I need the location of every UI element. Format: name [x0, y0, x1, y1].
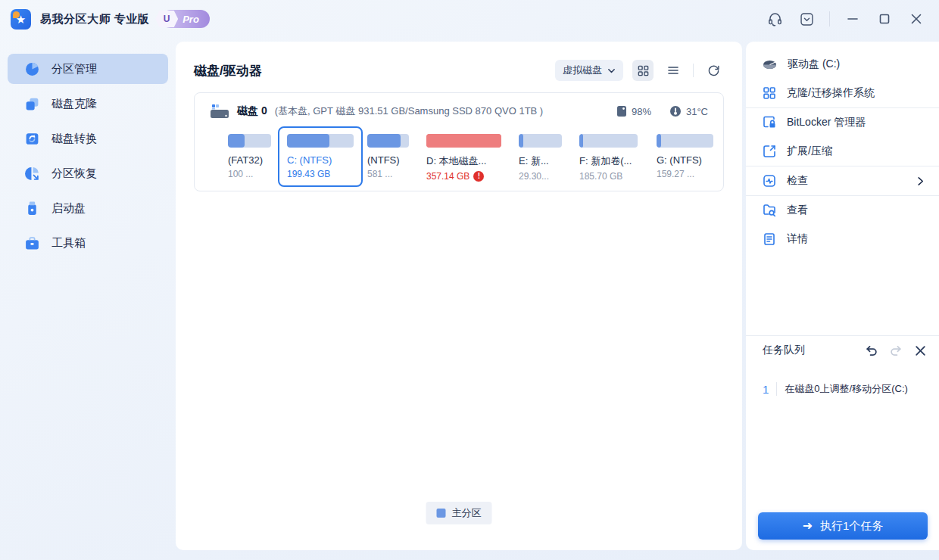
redo-icon[interactable]: [889, 344, 903, 358]
sidebar-item-boot-disk[interactable]: 启动盘: [8, 193, 168, 223]
minimize-icon[interactable]: [844, 10, 862, 28]
refresh-icon[interactable]: [703, 60, 724, 81]
header-separator: [693, 64, 694, 77]
disk-temperature: 31°C: [669, 105, 708, 117]
bitlocker-lock-icon: [763, 116, 776, 129]
left-sidebar: 分区管理 磁盘克隆 磁盘转换 分区恢复 启动盘: [0, 38, 176, 560]
thermometer-icon: [669, 105, 682, 117]
chevron-right-icon: [916, 176, 925, 186]
app-logo-star-icon: ★: [11, 9, 31, 30]
sidebar-item-label: 工具箱: [51, 236, 86, 250]
sidebar-item-disk-clone[interactable]: 磁盘克隆: [8, 89, 168, 119]
undo-icon[interactable]: [864, 344, 878, 358]
disk-health: 98%: [616, 105, 651, 117]
sidebar-item-label: 分区管理: [51, 62, 97, 76]
drive-disk-icon: [763, 58, 777, 72]
view-explore-icon: [763, 204, 776, 217]
details-document-icon: [763, 232, 776, 246]
execute-tasks-button[interactable]: ➜ 执行1个任务: [758, 512, 928, 540]
sidebar-item-label: 磁盘转换: [51, 132, 97, 146]
close-panel-icon[interactable]: [914, 344, 927, 357]
disk-convert-icon: [24, 131, 40, 147]
action-drive-c[interactable]: 驱动盘 (C:): [746, 50, 939, 79]
sidebar-item-label: 分区恢复: [51, 166, 97, 181]
task-queue-divider: [746, 335, 939, 336]
task-queue-title: 任务队列: [763, 344, 805, 357]
page-title: 磁盘/驱动器: [194, 62, 262, 79]
sidebar-item-partition-manage[interactable]: 分区管理: [8, 54, 168, 84]
partition-ntfs[interactable]: (NTFS) 581 ...: [367, 134, 409, 179]
task-separator: [776, 382, 777, 396]
grid-view-icon[interactable]: [632, 60, 654, 81]
action-view[interactable]: 查看: [746, 196, 939, 225]
disk-0-card[interactable]: 磁盘 0 (基本盘, GPT 磁盘 931.51 GB/Samsung SSD …: [194, 92, 724, 191]
right-action-panel: 驱动盘 (C:) 克隆/迁移操作系统 BitLocker 管理器 扩展/压缩 检…: [746, 42, 939, 550]
pro-badge-label: Pro: [182, 14, 199, 25]
disk-clone-icon: [24, 96, 40, 112]
warning-icon: !: [473, 171, 484, 182]
titlebar-separator: [829, 11, 830, 26]
action-bitlocker-manager[interactable]: BitLocker 管理器: [746, 108, 939, 137]
toolbox-icon: [24, 235, 40, 251]
pro-badge[interactable]: U Pro: [161, 10, 210, 28]
legend-primary-partition: 主分区: [426, 502, 492, 524]
task-queue-item[interactable]: 1 在磁盘0上调整/移动分区(C:): [763, 382, 930, 396]
sidebar-item-label: 磁盘克隆: [51, 97, 97, 111]
action-details[interactable]: 详情: [746, 225, 939, 254]
clone-migrate-os-icon: [763, 86, 776, 100]
window-menu-icon[interactable]: [797, 10, 816, 28]
partition-manage-pie-icon: [24, 61, 40, 77]
partition-c-ntfs[interactable]: C: (NTFS) 199.43 GB: [278, 126, 363, 187]
sidebar-item-label: 启动盘: [51, 201, 86, 216]
task-label: 在磁盘0上调整/移动分区(C:): [785, 382, 908, 396]
sidebar-item-partition-recovery[interactable]: 分区恢复: [8, 158, 168, 188]
boot-disk-usb-icon: [24, 201, 40, 216]
partition-f[interactable]: F: 新加卷(... 185.70 GB: [579, 134, 638, 182]
partition-e[interactable]: E: 新... 29.30...: [519, 134, 562, 182]
headset-support-icon[interactable]: [766, 10, 784, 28]
virtual-disk-dropdown-label: 虚拟磁盘: [563, 64, 602, 77]
partition-fat32[interactable]: (FAT32) 100 ...: [228, 134, 271, 179]
task-number: 1: [763, 383, 769, 396]
pro-emblem-icon: U: [155, 11, 178, 27]
disk-health-icon: [616, 105, 627, 117]
partition-g[interactable]: G: (NTFS) 159.27 ...: [657, 134, 713, 179]
list-view-icon[interactable]: [663, 60, 684, 81]
virtual-disk-dropdown[interactable]: 虚拟磁盘: [555, 60, 623, 81]
resize-expand-icon: [763, 145, 776, 158]
maximize-icon[interactable]: [875, 10, 894, 28]
action-check[interactable]: 检查: [746, 166, 939, 195]
partition-recovery-icon: [24, 166, 40, 182]
app-title: 易我分区大师 专业版: [40, 12, 149, 26]
check-health-icon: [763, 174, 776, 188]
chevron-down-icon: [607, 67, 616, 75]
action-resize[interactable]: 扩展/压缩: [746, 137, 939, 166]
action-clone-migrate-os[interactable]: 克隆/迁移操作系统: [746, 79, 939, 107]
disk-details: (基本盘, GPT 磁盘 931.51 GB/Samsung SSD 870 Q…: [275, 104, 544, 118]
close-icon[interactable]: [907, 10, 925, 28]
sidebar-item-disk-convert[interactable]: 磁盘转换: [8, 123, 168, 154]
sidebar-item-toolbox[interactable]: 工具箱: [8, 228, 168, 258]
partition-d-local[interactable]: D: 本地磁盘... 357.14 GB!: [426, 134, 501, 182]
arrow-right-icon: ➜: [803, 520, 813, 532]
titlebar: ★ 易我分区大师 专业版 U Pro: [0, 0, 939, 38]
disk-name: 磁盘 0: [237, 104, 267, 118]
primary-partition-color-swatch: [437, 509, 446, 518]
main-content: 磁盘/驱动器 虚拟磁盘: [176, 42, 742, 550]
hard-disk-icon: [210, 103, 229, 120]
